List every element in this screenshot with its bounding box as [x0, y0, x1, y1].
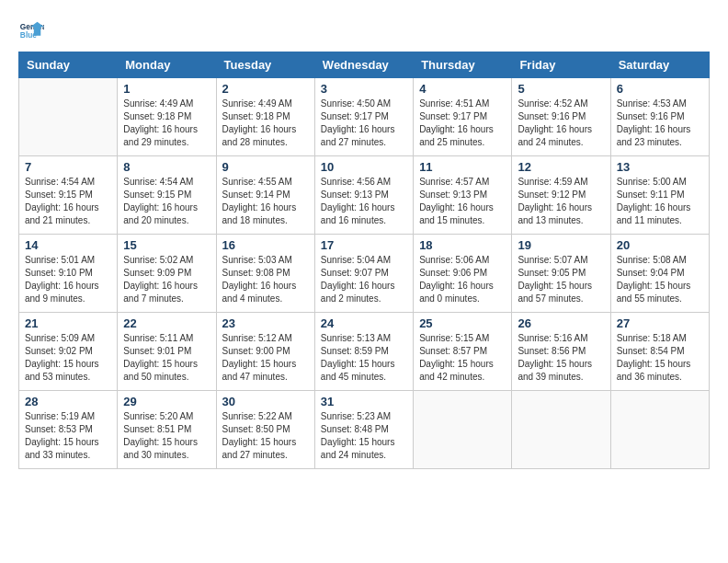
- calendar-cell: 24Sunrise: 5:13 AM Sunset: 8:59 PM Dayli…: [314, 313, 413, 391]
- calendar-cell: 11Sunrise: 4:57 AM Sunset: 9:13 PM Dayli…: [414, 156, 512, 235]
- day-number: 1: [123, 82, 210, 96]
- logo: General Blue: [18, 18, 44, 44]
- day-info: Sunrise: 5:07 AM Sunset: 9:05 PM Dayligh…: [518, 254, 604, 305]
- calendar-cell: 14Sunrise: 5:01 AM Sunset: 9:10 PM Dayli…: [19, 235, 118, 313]
- day-number: 28: [25, 395, 111, 408]
- weekday-header-row: SundayMondayTuesdayWednesdayThursdayFrid…: [19, 52, 710, 78]
- day-info: Sunrise: 4:52 AM Sunset: 9:16 PM Dayligh…: [518, 98, 604, 149]
- week-row-3: 14Sunrise: 5:01 AM Sunset: 9:10 PM Dayli…: [19, 235, 710, 313]
- day-info: Sunrise: 5:18 AM Sunset: 8:54 PM Dayligh…: [617, 332, 703, 384]
- day-number: 3: [321, 82, 407, 96]
- calendar-cell: 15Sunrise: 5:02 AM Sunset: 9:09 PM Dayli…: [118, 235, 216, 313]
- day-info: Sunrise: 5:09 AM Sunset: 9:02 PM Dayligh…: [25, 332, 111, 384]
- weekday-header-thursday: Thursday: [414, 52, 512, 78]
- week-row-5: 28Sunrise: 5:19 AM Sunset: 8:53 PM Dayli…: [19, 391, 710, 469]
- day-info: Sunrise: 4:56 AM Sunset: 9:13 PM Dayligh…: [321, 176, 407, 227]
- logo-icon: General Blue: [18, 18, 44, 44]
- day-info: Sunrise: 5:19 AM Sunset: 8:53 PM Dayligh…: [25, 410, 111, 462]
- day-info: Sunrise: 5:16 AM Sunset: 8:56 PM Dayligh…: [518, 332, 604, 384]
- day-number: 25: [419, 316, 506, 330]
- page-header: General Blue: [18, 18, 710, 44]
- weekday-header-saturday: Saturday: [610, 52, 709, 78]
- day-number: 11: [419, 160, 506, 174]
- week-row-4: 21Sunrise: 5:09 AM Sunset: 9:02 PM Dayli…: [19, 313, 710, 391]
- calendar-cell: 6Sunrise: 4:53 AM Sunset: 9:16 PM Daylig…: [610, 78, 709, 156]
- day-number: 14: [25, 238, 111, 252]
- calendar-cell: [414, 391, 512, 469]
- day-info: Sunrise: 4:53 AM Sunset: 9:16 PM Dayligh…: [617, 98, 703, 149]
- day-number: 26: [518, 316, 604, 330]
- calendar-cell: 27Sunrise: 5:18 AM Sunset: 8:54 PM Dayli…: [610, 313, 709, 391]
- calendar-cell: 13Sunrise: 5:00 AM Sunset: 9:11 PM Dayli…: [610, 156, 709, 235]
- weekday-header-friday: Friday: [512, 52, 610, 78]
- calendar-cell: 19Sunrise: 5:07 AM Sunset: 9:05 PM Dayli…: [512, 235, 610, 313]
- calendar-table: SundayMondayTuesdayWednesdayThursdayFrid…: [18, 52, 710, 469]
- day-number: 4: [419, 82, 506, 96]
- calendar-cell: 10Sunrise: 4:56 AM Sunset: 9:13 PM Dayli…: [314, 156, 413, 235]
- day-info: Sunrise: 5:22 AM Sunset: 8:50 PM Dayligh…: [222, 410, 309, 462]
- calendar-cell: 23Sunrise: 5:12 AM Sunset: 9:00 PM Dayli…: [216, 313, 314, 391]
- day-number: 27: [617, 316, 703, 330]
- day-info: Sunrise: 5:03 AM Sunset: 9:08 PM Dayligh…: [222, 254, 309, 305]
- day-number: 12: [518, 160, 604, 174]
- day-info: Sunrise: 5:12 AM Sunset: 9:00 PM Dayligh…: [222, 332, 309, 384]
- day-number: 8: [123, 160, 210, 174]
- calendar-cell: 4Sunrise: 4:51 AM Sunset: 9:17 PM Daylig…: [414, 78, 512, 156]
- week-row-1: 1Sunrise: 4:49 AM Sunset: 9:18 PM Daylig…: [19, 78, 710, 156]
- day-info: Sunrise: 5:02 AM Sunset: 9:09 PM Dayligh…: [123, 254, 210, 305]
- day-number: 22: [123, 316, 210, 330]
- day-info: Sunrise: 4:54 AM Sunset: 9:15 PM Dayligh…: [25, 176, 111, 227]
- weekday-header-sunday: Sunday: [19, 52, 118, 78]
- calendar-cell: 17Sunrise: 5:04 AM Sunset: 9:07 PM Dayli…: [314, 235, 413, 313]
- day-info: Sunrise: 5:15 AM Sunset: 8:57 PM Dayligh…: [419, 332, 506, 384]
- day-number: 19: [518, 238, 604, 252]
- weekday-header-tuesday: Tuesday: [216, 52, 314, 78]
- calendar-cell: 18Sunrise: 5:06 AM Sunset: 9:06 PM Dayli…: [414, 235, 512, 313]
- day-info: Sunrise: 4:59 AM Sunset: 9:12 PM Dayligh…: [518, 176, 604, 227]
- calendar-cell: [610, 391, 709, 469]
- day-info: Sunrise: 4:55 AM Sunset: 9:14 PM Dayligh…: [222, 176, 309, 227]
- day-info: Sunrise: 4:50 AM Sunset: 9:17 PM Dayligh…: [321, 98, 407, 149]
- day-info: Sunrise: 4:49 AM Sunset: 9:18 PM Dayligh…: [123, 98, 210, 149]
- calendar-cell: 20Sunrise: 5:08 AM Sunset: 9:04 PM Dayli…: [610, 235, 709, 313]
- day-number: 20: [617, 238, 703, 252]
- day-number: 24: [321, 316, 407, 330]
- day-info: Sunrise: 4:49 AM Sunset: 9:18 PM Dayligh…: [222, 98, 309, 149]
- day-info: Sunrise: 5:06 AM Sunset: 9:06 PM Dayligh…: [419, 254, 506, 305]
- day-number: 5: [518, 82, 604, 96]
- day-info: Sunrise: 5:13 AM Sunset: 8:59 PM Dayligh…: [321, 332, 407, 384]
- day-info: Sunrise: 5:20 AM Sunset: 8:51 PM Dayligh…: [123, 410, 210, 462]
- day-number: 2: [222, 82, 309, 96]
- day-info: Sunrise: 4:51 AM Sunset: 9:17 PM Dayligh…: [419, 98, 506, 149]
- calendar-cell: 12Sunrise: 4:59 AM Sunset: 9:12 PM Dayli…: [512, 156, 610, 235]
- day-number: 21: [25, 316, 111, 330]
- calendar-cell: [19, 78, 118, 156]
- weekday-header-wednesday: Wednesday: [314, 52, 413, 78]
- calendar-cell: 31Sunrise: 5:23 AM Sunset: 8:48 PM Dayli…: [314, 391, 413, 469]
- calendar-cell: 21Sunrise: 5:09 AM Sunset: 9:02 PM Dayli…: [19, 313, 118, 391]
- calendar-cell: 30Sunrise: 5:22 AM Sunset: 8:50 PM Dayli…: [216, 391, 314, 469]
- day-number: 18: [419, 238, 506, 252]
- calendar-cell: 3Sunrise: 4:50 AM Sunset: 9:17 PM Daylig…: [314, 78, 413, 156]
- calendar-cell: 1Sunrise: 4:49 AM Sunset: 9:18 PM Daylig…: [118, 78, 216, 156]
- day-number: 7: [25, 160, 111, 174]
- calendar-cell: 29Sunrise: 5:20 AM Sunset: 8:51 PM Dayli…: [118, 391, 216, 469]
- day-number: 30: [222, 395, 309, 408]
- calendar-cell: 2Sunrise: 4:49 AM Sunset: 9:18 PM Daylig…: [216, 78, 314, 156]
- day-info: Sunrise: 5:00 AM Sunset: 9:11 PM Dayligh…: [617, 176, 703, 227]
- day-number: 31: [321, 395, 407, 408]
- calendar-cell: 9Sunrise: 4:55 AM Sunset: 9:14 PM Daylig…: [216, 156, 314, 235]
- day-info: Sunrise: 5:11 AM Sunset: 9:01 PM Dayligh…: [123, 332, 210, 384]
- weekday-header-monday: Monday: [118, 52, 216, 78]
- day-info: Sunrise: 5:23 AM Sunset: 8:48 PM Dayligh…: [321, 410, 407, 462]
- calendar-cell: 7Sunrise: 4:54 AM Sunset: 9:15 PM Daylig…: [19, 156, 118, 235]
- day-number: 23: [222, 316, 309, 330]
- day-number: 29: [123, 395, 210, 408]
- week-row-2: 7Sunrise: 4:54 AM Sunset: 9:15 PM Daylig…: [19, 156, 710, 235]
- day-info: Sunrise: 5:08 AM Sunset: 9:04 PM Dayligh…: [617, 254, 703, 305]
- day-info: Sunrise: 5:04 AM Sunset: 9:07 PM Dayligh…: [321, 254, 407, 305]
- day-number: 10: [321, 160, 407, 174]
- day-number: 9: [222, 160, 309, 174]
- calendar-cell: 22Sunrise: 5:11 AM Sunset: 9:01 PM Dayli…: [118, 313, 216, 391]
- calendar-cell: 25Sunrise: 5:15 AM Sunset: 8:57 PM Dayli…: [414, 313, 512, 391]
